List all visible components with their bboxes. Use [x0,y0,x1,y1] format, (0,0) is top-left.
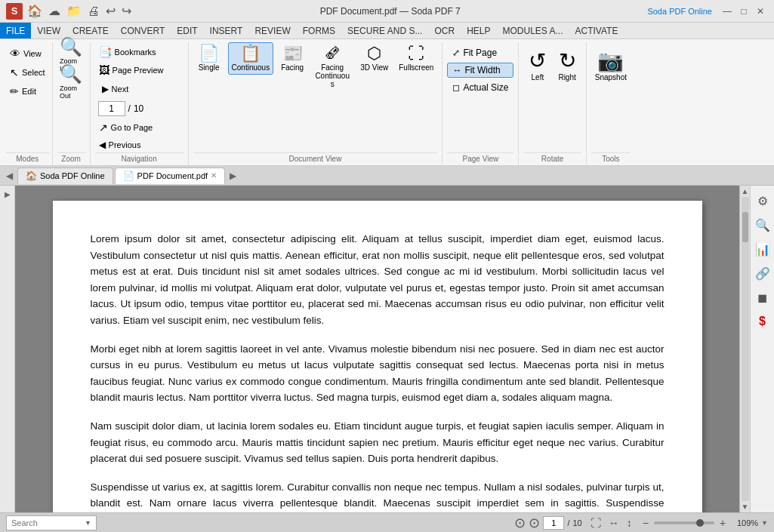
pdf-tab-icon: 📄 [123,171,134,181]
page-preview-button[interactable]: 🖼 Page Preview [95,62,183,78]
select-icon: ↖ [10,66,19,78]
fullscreen-status-btn[interactable]: ⛶ [588,516,603,530]
search-input[interactable] [11,518,82,527]
rs-settings-icon[interactable]: ⚙ [754,192,772,210]
previous-button[interactable]: ◀ Previous [95,137,183,152]
menu-forms[interactable]: FORMS [297,23,341,38]
tab-close-button[interactable]: ✕ [211,171,217,180]
zoom-out-button[interactable]: 🔍 Zoom Out [59,69,83,94]
document-view-group: 📄 Single 📋 Continuous 📰 Facing 🗞 Facing … [189,42,443,165]
rs-chart-icon[interactable]: 📊 [754,240,772,258]
sidebar-collapse-arrow[interactable]: ▶ [3,189,12,200]
home-tab-icon: 🏠 [26,171,37,181]
page-view-group: ⤢ Fit Page ↔ Fit Width ◻ Actual Size Pag… [443,42,519,165]
total-pages: 10 [134,103,143,114]
vertical-scrollbar[interactable]: ▲ ▼ [739,186,750,512]
fit-width-button[interactable]: ↔ Fit Width [447,63,513,78]
go-to-page-button[interactable]: ↗ Go to Page [95,119,183,136]
menu-secure[interactable]: SECURE AND S... [341,23,428,38]
menu-help[interactable]: HELP [461,23,496,38]
fit-page-icon: ⤢ [452,48,460,58]
menu-file[interactable]: FILE [0,23,31,38]
zoom-thumb[interactable] [696,519,704,527]
close-button[interactable]: ✕ [753,4,768,19]
printer-icon[interactable]: 🖨 [86,3,101,20]
cloud-icon[interactable]: ☁ [47,2,62,20]
menu-review[interactable]: REVIEW [248,23,296,38]
next-button[interactable]: ▶ Next [98,81,133,97]
title-bar-right: Soda PDF Online — □ ✕ [647,4,768,19]
snapshot-button[interactable]: 📷 Snapshot [591,45,631,85]
tab-pdf-document[interactable]: 📄 PDF Document.pdf ✕ [115,168,226,184]
tab-home[interactable]: 🏠 Soda PDF Online [17,168,113,184]
rotate-right-button[interactable]: ↻ Right [553,45,581,85]
menu-convert[interactable]: CONVERT [115,23,171,38]
bookmarks-button[interactable]: 📑 Bookmarks [95,44,183,60]
view-3d-button[interactable]: ⬡ 3D View [356,42,392,75]
left-sidebar: ▶ [0,186,15,512]
continuous-view-button[interactable]: 📋 Continuous [228,42,274,75]
zoom-dropdown-icon[interactable]: ▼ [761,519,768,527]
scroll-down-arrow[interactable]: ▼ [742,503,749,511]
page-number-input[interactable] [98,101,125,116]
home-icon[interactable]: 🏠 [26,2,44,20]
view-mode-button[interactable]: 👁 View [6,45,49,62]
pdf-paragraph-4: Suspendisse ut varius ex, at sagittis lo… [91,479,665,512]
zoom-items: 🔍 Zoom In 🔍 Zoom Out [59,42,83,152]
rs-search-icon[interactable]: 🔍 [754,216,772,234]
menu-activate[interactable]: ACTIVATE [569,23,624,38]
status-page-input[interactable] [543,516,564,530]
bookmarks-icon: 📑 [99,46,112,58]
redo-icon[interactable]: ↪ [120,2,133,20]
tab-left-arrow[interactable]: ◀ [3,171,16,181]
page-navigation: ⊙ ⊙ / 10 [514,515,581,531]
maximize-button[interactable]: □ [736,4,751,19]
zoom-out-status-btn[interactable]: − [640,516,651,530]
status-next-page[interactable]: ⊙ [529,515,540,531]
scroll-track[interactable] [742,197,749,501]
search-arrow-down[interactable]: ▼ [85,519,91,527]
pdf-paragraph-2: Morbi eget nibh at lorem sagittis laoree… [91,341,665,406]
rs-layers-icon[interactable]: ◼ [754,288,772,306]
zoom-in-status-btn[interactable]: + [717,516,728,530]
facing-view-button[interactable]: 📰 Facing [276,42,308,75]
fullscreen-button[interactable]: ⛶ Fullscreen [395,42,437,75]
menu-modules[interactable]: MODULES A... [496,23,569,38]
zoom-slider[interactable] [654,521,714,524]
undo-icon[interactable]: ↩ [104,2,117,20]
facing-continuous-icon: 🗞 [324,45,341,62]
zoom-in-icon: 🔍 [60,36,82,57]
rotate-group: ↺ Left ↻ Right Rotate [519,42,586,165]
soda-online-link[interactable]: Soda PDF Online [647,7,712,16]
fit-width-status-btn[interactable]: ↔ [606,516,621,530]
actual-size-icon: ◻ [452,82,460,93]
fit-page-status-btn[interactable]: ↕ [624,516,634,530]
modes-group: 👁 View ↖ Select ✏ Edit Modes [3,42,53,165]
status-prev-page[interactable]: ⊙ [514,515,526,531]
scroll-up-arrow[interactable]: ▲ [742,187,749,195]
select-mode-button[interactable]: ↖ Select [6,64,49,81]
menu-edit[interactable]: EDIT [171,23,203,38]
previous-icon: ◀ [99,140,106,150]
pdf-paragraph-1: Lorem ipsum dolor sit amet, consectetur … [91,231,665,329]
fit-width-icon: ↔ [452,65,461,75]
search-box[interactable]: ▼ [6,515,97,530]
scroll-thumb[interactable] [742,212,748,242]
zoom-controls: − + 109% ▼ [640,516,768,530]
fit-page-button[interactable]: ⤢ Fit Page [447,45,513,60]
menu-ocr[interactable]: OCR [428,23,461,38]
edit-mode-button[interactable]: ✏ Edit [6,83,49,100]
actual-size-button[interactable]: ◻ Actual Size [447,80,513,95]
facing-icon: 📰 [282,45,303,62]
rotate-left-button[interactable]: ↺ Left [523,45,551,85]
folder-icon[interactable]: 📁 [65,2,83,20]
minimize-button[interactable]: — [720,4,735,19]
rs-link-icon[interactable]: 🔗 [754,264,772,282]
single-view-button[interactable]: 📄 Single [193,42,225,75]
pdf-page: Lorem ipsum dolor sit amet, consectetur … [53,201,702,512]
facing-continuous-button[interactable]: 🗞 Facing Continuous [311,42,353,91]
view-icon: 👁 [10,48,20,60]
rs-dollar-icon[interactable]: $ [754,312,772,331]
menu-insert[interactable]: INSERT [204,23,249,38]
tab-right-arrow[interactable]: ▶ [227,171,239,181]
